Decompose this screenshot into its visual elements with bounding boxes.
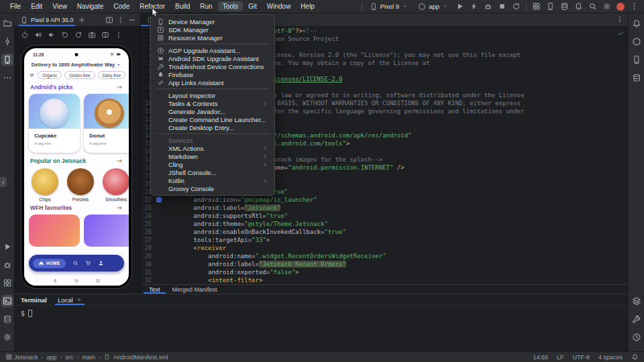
code-line[interactable]: android:theme="@style/Theme.Jetsnack" (164, 220, 628, 228)
menu-item-jshell-console[interactable]: JShell Console... (151, 168, 274, 176)
arrow-right-icon[interactable] (116, 204, 123, 211)
volume-down-button[interactable] (48, 31, 56, 39)
code-line[interactable]: android:label="Jetsnack Recent Orders" (164, 260, 628, 268)
menu-build[interactable]: Build (170, 1, 195, 11)
menu-item-android-sdk-upgrade-assistant[interactable]: Android SDK Upgrade Assistant (151, 54, 274, 62)
menu-tools[interactable]: Tools (218, 1, 243, 11)
phone-tool-button[interactable] (1, 54, 13, 66)
more-h-tool-button[interactable] (1, 72, 13, 84)
more-v-button[interactable] (630, 2, 639, 11)
hide-panel-button[interactable] (128, 16, 136, 24)
menu-item-device-manager[interactable]: Device Manager (151, 17, 274, 25)
database-tool-button[interactable] (1, 313, 13, 325)
database-button[interactable] (560, 2, 569, 11)
code-line[interactable]: android:enableOnBackInvokedCallback="tru… (164, 228, 628, 236)
grid-tool-button[interactable] (1, 277, 13, 289)
menu-item-firebase[interactable]: Firebase (151, 70, 274, 78)
inspections-ok-icon[interactable] (617, 29, 625, 37)
manifest-view-tab-text[interactable]: Text (144, 285, 166, 294)
menu-git[interactable]: Git (244, 1, 262, 11)
menu-item-sdk-manager[interactable]: SDK Manager (151, 25, 274, 34)
android-recents-button[interactable] (95, 278, 101, 284)
menu-item-markdown[interactable]: Markdown (151, 152, 274, 160)
file-encoding[interactable]: UTF-8 (572, 354, 590, 361)
phone-tool-button[interactable] (631, 54, 643, 66)
android-back-button[interactable] (52, 278, 58, 284)
notifications-icon[interactable] (631, 353, 639, 361)
bell-button[interactable] (574, 2, 583, 11)
breadcrumb-item[interactable]: src (66, 354, 74, 361)
line-number[interactable]: 23 (141, 204, 152, 212)
menu-item-xml-actions[interactable]: XML Actions (151, 144, 274, 152)
database-tool-button[interactable] (631, 72, 643, 84)
line-number[interactable]: 29 (141, 252, 152, 260)
hexagon-tool-button[interactable] (631, 36, 643, 48)
wfh-card[interactable] (84, 215, 129, 247)
menu-item-troubleshoot-device-connections[interactable]: Troubleshoot Device Connections (151, 62, 274, 70)
folder-tool-button[interactable] (1, 17, 13, 29)
menu-item-layout-inspector[interactable]: Layout Inspector (151, 91, 274, 99)
line-number[interactable]: 30 (141, 260, 152, 268)
menu-help[interactable]: Help (296, 1, 319, 11)
delivery-address-selector[interactable]: Delivery to 1600 Amphitheater Way (24, 62, 129, 68)
search-button[interactable] (588, 2, 597, 11)
filter-chip-dairy-free[interactable]: Dairy-free (98, 71, 126, 79)
breadcrumb-item[interactable]: Jetsnack (14, 354, 38, 361)
nav-cart-button[interactable] (85, 260, 91, 266)
rotate-left-button[interactable] (61, 31, 69, 39)
editor-tab-options[interactable] (616, 15, 628, 25)
layers-tool-button[interactable] (631, 295, 643, 307)
bug-tool-button[interactable] (1, 259, 13, 271)
popular-snack-pretzels[interactable]: Pretzels (66, 168, 95, 202)
menu-window[interactable]: Window (262, 1, 296, 11)
rotate-right-button[interactable] (74, 31, 83, 39)
menu-refactor[interactable]: Refactor (135, 1, 170, 11)
filter-chip-organic[interactable]: Organic (38, 71, 62, 79)
menu-item-kotlin[interactable]: Kotlin (151, 176, 274, 184)
snack-card-cupcake[interactable]: CupcakeA tag line (29, 94, 80, 153)
line-number[interactable]: 24 (141, 212, 152, 220)
breadcrumb-item[interactable]: main (83, 354, 96, 361)
code-line[interactable]: android:name=".widget.RecentOrdersWidget… (164, 252, 628, 260)
code-line[interactable]: android:label="Jetsnack" (164, 204, 628, 212)
menu-item-groovy-console[interactable]: Groovy Console (151, 184, 274, 192)
menu-edit[interactable]: Edit (26, 1, 47, 11)
menu-item-tasks-contexts[interactable]: Tasks & Contexts (151, 99, 274, 107)
stripe-expander[interactable]: › (0, 177, 7, 187)
code-line[interactable]: android:exported="false"> (164, 268, 628, 276)
code-line[interactable]: android:icon="@mipmap/ic_launcher" (164, 196, 628, 204)
add-device-button[interactable] (78, 16, 86, 24)
menu-view[interactable]: View (48, 1, 72, 11)
snack-card-donut[interactable]: DonutA tag line (84, 94, 129, 153)
device-tab[interactable]: Pixel 9 API 36.0 (19, 13, 75, 26)
popular-snack-chips[interactable]: Chips (30, 168, 60, 202)
split-panel-button[interactable] (105, 16, 113, 24)
line-number[interactable]: 25 (141, 220, 152, 228)
device-selector[interactable]: Pixel 9 (367, 2, 411, 11)
camera-button[interactable] (88, 31, 96, 39)
nav-home-button[interactable]: HOME (33, 259, 66, 268)
nav-profile-button[interactable] (98, 260, 104, 266)
terminal-body[interactable]: $ (15, 306, 628, 321)
code-line[interactable]: android:supportsRtl="true" (164, 212, 628, 220)
restart-button[interactable] (512, 2, 521, 11)
code-line[interactable]: tools:targetApi="33"> (164, 236, 628, 244)
arrow-right-icon[interactable] (116, 84, 123, 90)
line-number[interactable]: 32 (141, 276, 152, 284)
clock-tool-button[interactable] (631, 331, 643, 343)
line-number[interactable]: 31 (141, 268, 152, 276)
run-config-selector[interactable]: app (415, 2, 451, 11)
line-separator[interactable]: LF (557, 354, 564, 361)
play-tool-button[interactable] (1, 241, 13, 253)
terminal-tool-button[interactable] (1, 295, 13, 307)
more-v-button[interactable] (115, 31, 123, 39)
menu-file[interactable]: File (5, 1, 25, 11)
stop-button[interactable] (498, 2, 506, 11)
menu-run[interactable]: Run (195, 1, 217, 11)
menu-item-cling[interactable]: Cling (151, 160, 274, 168)
bell-tool-button[interactable] (631, 17, 643, 29)
terminal-tab-local[interactable]: Local (55, 294, 85, 305)
code-line[interactable]: <intent-filter> (164, 276, 628, 284)
panel-options-button[interactable] (117, 16, 125, 24)
menu-item-agp-upgrade-assistant[interactable]: AGP Upgrade Assistant... (151, 46, 274, 54)
